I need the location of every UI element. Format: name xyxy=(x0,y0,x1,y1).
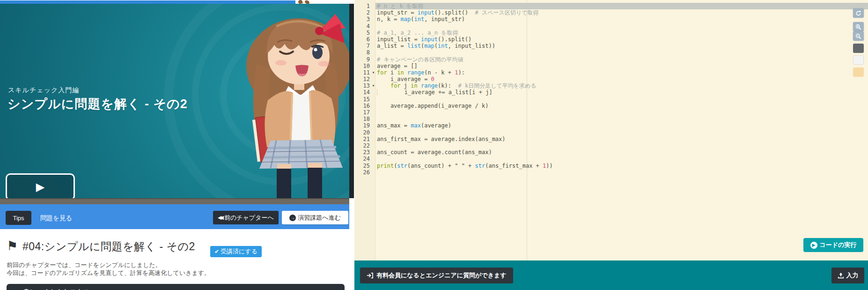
line-number[interactable]: 4 xyxy=(354,23,370,30)
gutter-spacer xyxy=(370,142,377,149)
next-exercise-button[interactable]: → 演習課題へ進む xyxy=(282,211,348,224)
code-text: input_str = input().split() # スペース区切りで取得 xyxy=(377,9,538,16)
line-number[interactable]: 5 xyxy=(354,30,370,36)
line-number[interactable]: 2 xyxy=(354,9,370,16)
code-text: ans_max = max(average) xyxy=(377,122,451,129)
code-line-16[interactable]: 16 average.append(i_average / k) xyxy=(354,103,868,109)
chapter-heading: #04:シンプルに問題を解く - その2 xyxy=(22,239,195,254)
code-line-23[interactable]: 23ans_count = average.count(ans_max) xyxy=(354,149,868,156)
code-line-3[interactable]: 3n, k = map(int, input_str) xyxy=(354,16,868,22)
chapter-info-section: ⚑ #04:シンプルに問題を解く - その2 ✔ 受講済にする 前回のチャプター… xyxy=(0,229,349,290)
line-number[interactable]: 21 xyxy=(354,136,370,142)
view-problem-label: 問題を見る xyxy=(40,215,72,222)
fold-arrow-icon[interactable]: ▾ xyxy=(370,82,377,89)
code-line-1[interactable]: 1# n と k を取得 xyxy=(354,3,868,9)
gutter-spacer xyxy=(370,30,377,36)
code-line-8[interactable]: 8 xyxy=(354,49,868,56)
zoom-out-button[interactable] xyxy=(853,31,864,41)
code-line-2[interactable]: 2input_str = input().split() # スペース区切りで取… xyxy=(354,9,868,16)
line-number[interactable]: 3 xyxy=(354,16,370,22)
run-code-button[interactable]: ▶ コードの実行 xyxy=(803,238,863,252)
code-line-20[interactable]: 20 xyxy=(354,129,868,136)
code-text: print(str(ans_count) + " " + str(ans_fir… xyxy=(377,163,553,169)
code-line-7[interactable]: 7a_list = list(map(int, input_list)) xyxy=(354,43,868,49)
line-number[interactable]: 19 xyxy=(354,122,370,129)
play-button[interactable]: ▶ xyxy=(6,173,75,198)
code-line-21[interactable]: 21ans_first_max = average.index(ans_max) xyxy=(354,136,868,142)
line-number[interactable]: 17 xyxy=(354,109,370,116)
line-number[interactable]: 13 xyxy=(354,82,370,89)
line-number[interactable]: 20 xyxy=(354,129,370,136)
video-player[interactable]: スキルチェック入門編 シンプルに問題を解く - その2 ▶ xyxy=(0,4,354,198)
run-code-label: コードの実行 xyxy=(820,241,857,249)
rewind-icon: ◀◀ xyxy=(218,215,222,221)
code-line-22[interactable]: 22 xyxy=(354,142,868,149)
code-line-24[interactable]: 24 xyxy=(354,156,868,162)
play-circle-icon: ▶ xyxy=(810,242,817,249)
code-line-18[interactable]: 18 xyxy=(354,116,868,122)
tips-button[interactable]: Tips xyxy=(6,211,31,225)
code-line-19[interactable]: 19ans_max = max(average) xyxy=(354,122,868,129)
code-line-10[interactable]: 10average = [] xyxy=(354,63,868,69)
input-button[interactable]: 入力 xyxy=(831,268,864,283)
code-text: i_average = 0 xyxy=(377,76,434,82)
chapter-description-line: 前回のチャプターでは、コードをシンプルにしました。 xyxy=(7,261,162,269)
view-problem-link[interactable]: 問題を見る xyxy=(40,214,72,223)
code-line-5[interactable]: 5# a_1, a_2 ... a_n を取得 xyxy=(354,30,868,36)
line-number[interactable]: 6 xyxy=(354,36,370,43)
line-number[interactable]: 1 xyxy=(354,3,370,9)
refresh-icon xyxy=(855,10,861,16)
code-line-9[interactable]: 9# キャンペーンの各区間の平均値 xyxy=(354,56,868,63)
video-frame-edge xyxy=(349,4,354,198)
gutter-spacer xyxy=(370,76,377,82)
theme-dark-swatch[interactable] xyxy=(853,44,864,53)
gutter-spacer xyxy=(370,23,377,30)
code-line-13[interactable]: 13▾ for j in range(k): # k日間分足して平均を求める xyxy=(354,82,868,89)
line-number[interactable]: 16 xyxy=(354,103,370,109)
code-line-12[interactable]: 12 i_average = 0 xyxy=(354,76,868,82)
gutter-spacer xyxy=(370,136,377,142)
code-line-17[interactable]: 17 xyxy=(354,109,868,116)
code-text: ans_first_max = average.index(ans_max) xyxy=(377,136,506,142)
code-line-14[interactable]: 14 i_average += a_list[i + j] xyxy=(354,89,868,96)
line-number[interactable]: 8 xyxy=(354,49,370,56)
line-number[interactable]: 24 xyxy=(354,156,370,162)
line-number[interactable]: 22 xyxy=(354,142,370,149)
code-line-26[interactable]: 26 xyxy=(354,169,868,176)
line-number[interactable]: 15 xyxy=(354,96,370,103)
code-text: a_list = list(map(int, input_list)) xyxy=(377,43,495,49)
line-number[interactable]: 14 xyxy=(354,89,370,96)
line-number[interactable]: 11 xyxy=(354,69,370,76)
line-number[interactable]: 7 xyxy=(354,43,370,49)
video-progress-bar[interactable] xyxy=(0,0,295,4)
mark-done-button[interactable]: ✔ 受講済にする xyxy=(210,246,262,257)
video-title: シンプルに問題を解く - その2 xyxy=(7,96,188,112)
line-number[interactable]: 9 xyxy=(354,56,370,63)
ask-engineer-button[interactable]: 有料会員になるとエンジニアに質問ができます xyxy=(360,268,513,283)
reset-code-button[interactable] xyxy=(853,8,864,18)
line-number[interactable]: 23 xyxy=(354,149,370,156)
gutter-spacer xyxy=(370,156,377,162)
code-text: # キャンペーンの各区間の平均値 xyxy=(377,56,463,63)
prev-chapter-button[interactable]: ◀◀ 前のチャプターへ xyxy=(213,211,279,224)
code-text: average.append(i_average / k) xyxy=(377,103,488,109)
character-illustration xyxy=(197,7,351,198)
zoom-in-button[interactable] xyxy=(853,22,864,31)
line-number[interactable]: 12 xyxy=(354,76,370,82)
code-line-25[interactable]: 25print(str(ans_count) + " " + str(ans_f… xyxy=(354,163,868,169)
code-text: i_average += a_list[i + j] xyxy=(377,89,493,96)
code-editor[interactable]: 1# n と k を取得2input_str = input().split()… xyxy=(354,0,868,260)
code-line-15[interactable]: 15 xyxy=(354,96,868,103)
code-line-6[interactable]: 6input_list = input().split() xyxy=(354,36,868,43)
theme-light-swatch[interactable] xyxy=(853,55,864,65)
fold-arrow-icon[interactable]: ▾ xyxy=(370,69,377,76)
line-number[interactable]: 25 xyxy=(354,163,370,169)
code-line-4[interactable]: 4 xyxy=(354,23,868,30)
line-number[interactable]: 10 xyxy=(354,63,370,69)
line-number[interactable]: 26 xyxy=(354,169,370,176)
theme-orange-swatch[interactable] xyxy=(853,67,864,77)
code-line-11[interactable]: 11▾for i in range(n - k + 1): xyxy=(354,69,868,76)
code-lines: 1# n と k を取得2input_str = input().split()… xyxy=(354,3,868,176)
line-number[interactable]: 18 xyxy=(354,116,370,122)
gutter-spacer xyxy=(370,122,377,129)
